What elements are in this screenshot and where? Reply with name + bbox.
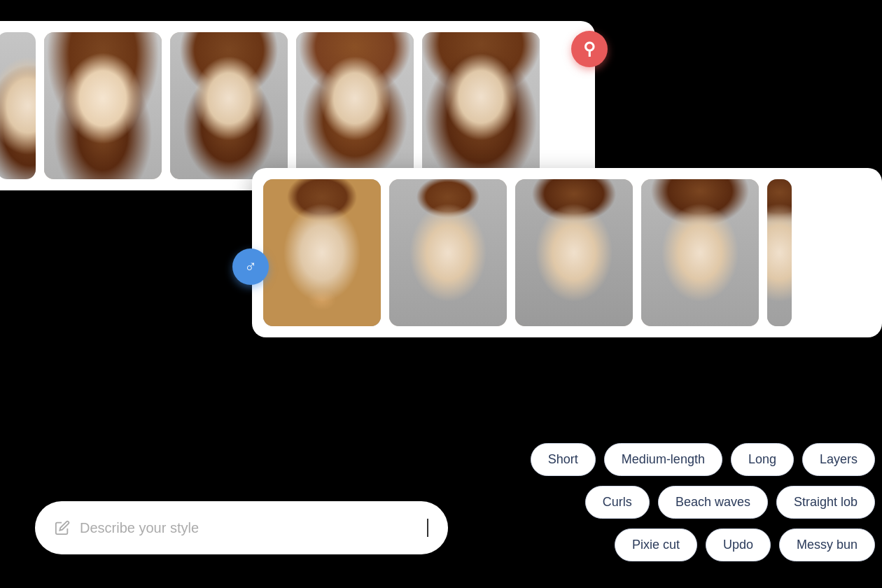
tag-curls[interactable]: Curls [585,486,650,519]
male-hairstyle-panel: ♂ [252,168,882,337]
female-photo-partial [0,32,36,179]
female-hairstyle-panel: ⚲ [0,21,595,190]
female-photo-medium-bob[interactable] [170,32,288,179]
female-photo-long-brown[interactable] [44,32,162,179]
tag-pixie-cut[interactable]: Pixie cut [615,528,697,561]
tags-row-3: Pixie cut Updo Messy bun [469,528,875,561]
male-photo-2[interactable] [389,179,507,326]
tag-straight-lob[interactable]: Straight lob [776,486,875,519]
tags-row-1: Short Medium-length Long Layers [469,443,875,476]
male-photo-1[interactable] [263,179,381,326]
style-tags-area: Short Medium-length Long Layers Curls Be… [469,443,882,561]
tag-long[interactable]: Long [731,443,794,476]
male-photo-5-partial [767,179,792,326]
tag-updo[interactable]: Updo [706,528,771,561]
male-photo-3[interactable] [515,179,633,326]
text-cursor [427,519,428,537]
male-gender-badge: ♂ [232,248,269,285]
male-photo-4[interactable] [641,179,759,326]
tag-medium-length[interactable]: Medium-length [604,443,722,476]
style-input-area: Describe your style [35,501,448,554]
female-photo-beach-waves[interactable] [422,32,540,179]
female-photo-vintage-curls[interactable] [296,32,414,179]
edit-icon [55,520,70,536]
tag-messy-bun[interactable]: Messy bun [779,528,875,561]
style-input-box[interactable]: Describe your style [35,501,448,554]
female-gender-badge: ⚲ [571,31,608,67]
tags-row-2: Curls Beach waves Straight lob [469,486,875,519]
tag-layers[interactable]: Layers [802,443,875,476]
tag-short[interactable]: Short [531,443,596,476]
tag-beach-waves[interactable]: Beach waves [658,486,768,519]
input-placeholder-text: Describe your style [80,520,414,536]
